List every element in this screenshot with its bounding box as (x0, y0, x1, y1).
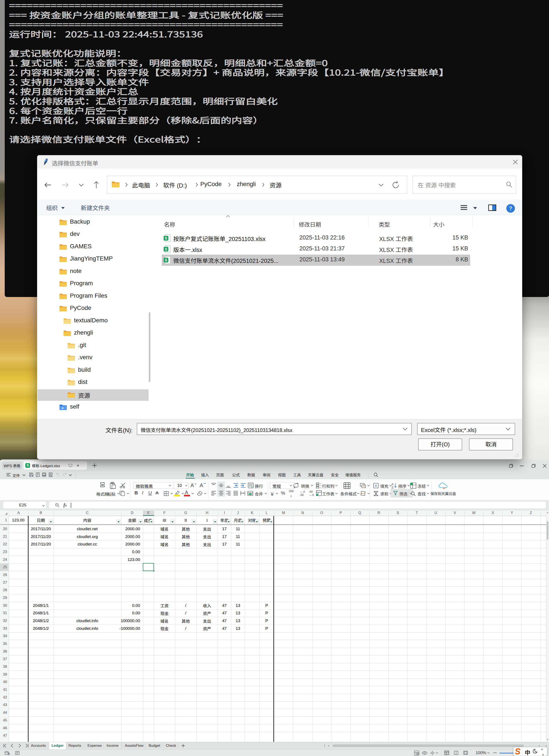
svg-text:S: S (165, 258, 167, 262)
svg-text:S: S (165, 236, 167, 240)
svg-text:S: S (165, 247, 167, 251)
svg-text:A: A (391, 483, 393, 486)
svg-text:Z: Z (391, 486, 393, 489)
